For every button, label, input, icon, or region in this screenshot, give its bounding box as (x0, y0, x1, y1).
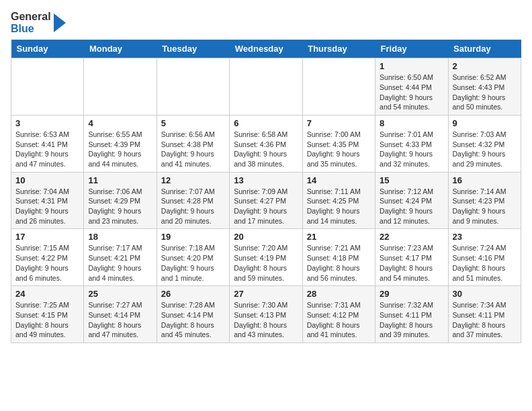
day-number: 10 (15, 175, 79, 185)
day-info: Sunrise: 7:01 AM Sunset: 4:33 PM Dayligh… (380, 130, 443, 169)
calendar-cell: 12Sunrise: 7:07 AM Sunset: 4:28 PM Dayli… (157, 172, 229, 229)
day-number: 25 (88, 289, 152, 299)
day-info: Sunrise: 7:03 AM Sunset: 4:32 PM Dayligh… (453, 130, 517, 169)
calendar-cell: 28Sunrise: 7:31 AM Sunset: 4:12 PM Dayli… (302, 286, 375, 343)
day-number: 21 (307, 232, 371, 242)
day-info: Sunrise: 7:32 AM Sunset: 4:11 PM Dayligh… (380, 300, 443, 340)
day-info: Sunrise: 7:04 AM Sunset: 4:31 PM Dayligh… (15, 187, 79, 226)
calendar-cell (230, 58, 302, 116)
day-number: 15 (380, 175, 443, 185)
calendar-cell: 11Sunrise: 7:06 AM Sunset: 4:29 PM Dayli… (84, 172, 157, 229)
logo: General Blue (11, 11, 66, 34)
calendar-cell: 9Sunrise: 7:03 AM Sunset: 4:32 PM Daylig… (448, 115, 521, 172)
calendar-cell: 23Sunrise: 7:24 AM Sunset: 4:16 PM Dayli… (448, 229, 521, 286)
calendar-cell: 16Sunrise: 7:14 AM Sunset: 4:23 PM Dayli… (448, 172, 521, 229)
calendar-body: 1Sunrise: 6:50 AM Sunset: 4:44 PM Daylig… (11, 58, 521, 343)
header: General Blue (11, 11, 521, 34)
calendar-cell: 18Sunrise: 7:17 AM Sunset: 4:21 PM Dayli… (84, 229, 157, 286)
calendar-week-5: 24Sunrise: 7:25 AM Sunset: 4:15 PM Dayli… (11, 286, 521, 343)
day-number: 9 (453, 118, 517, 128)
calendar-cell: 7Sunrise: 7:00 AM Sunset: 4:35 PM Daylig… (302, 115, 375, 172)
day-number: 5 (161, 118, 225, 128)
calendar-cell (157, 58, 229, 116)
logo-text: General Blue (11, 11, 51, 34)
calendar-cell: 26Sunrise: 7:28 AM Sunset: 4:14 PM Dayli… (157, 286, 229, 343)
day-info: Sunrise: 7:15 AM Sunset: 4:22 PM Dayligh… (15, 243, 79, 283)
day-number: 22 (380, 232, 443, 242)
day-info: Sunrise: 7:31 AM Sunset: 4:12 PM Dayligh… (307, 300, 371, 340)
svg-marker-0 (54, 13, 66, 32)
calendar-week-1: 1Sunrise: 6:50 AM Sunset: 4:44 PM Daylig… (11, 58, 521, 116)
day-number: 11 (88, 175, 152, 185)
calendar-cell: 21Sunrise: 7:21 AM Sunset: 4:18 PM Dayli… (302, 229, 375, 286)
calendar-cell: 2Sunrise: 6:52 AM Sunset: 4:43 PM Daylig… (448, 58, 521, 116)
day-info: Sunrise: 7:34 AM Sunset: 4:11 PM Dayligh… (453, 300, 517, 340)
calendar-table: SundayMondayTuesdayWednesdayThursdayFrid… (11, 40, 521, 343)
calendar-cell: 14Sunrise: 7:11 AM Sunset: 4:25 PM Dayli… (302, 172, 375, 229)
logo-general: General (11, 11, 51, 22)
day-info: Sunrise: 7:17 AM Sunset: 4:21 PM Dayligh… (88, 243, 152, 283)
day-info: Sunrise: 6:53 AM Sunset: 4:41 PM Dayligh… (15, 130, 79, 169)
day-number: 24 (15, 289, 79, 299)
day-number: 30 (453, 289, 517, 299)
day-info: Sunrise: 7:07 AM Sunset: 4:28 PM Dayligh… (161, 187, 225, 226)
day-info: Sunrise: 7:00 AM Sunset: 4:35 PM Dayligh… (307, 130, 371, 169)
day-number: 23 (453, 232, 517, 242)
day-number: 20 (234, 232, 298, 242)
day-number: 7 (307, 118, 371, 128)
day-info: Sunrise: 7:23 AM Sunset: 4:17 PM Dayligh… (380, 243, 443, 283)
day-number: 13 (234, 175, 298, 185)
day-info: Sunrise: 7:20 AM Sunset: 4:19 PM Dayligh… (234, 243, 298, 283)
day-number: 16 (453, 175, 517, 185)
calendar-cell: 13Sunrise: 7:09 AM Sunset: 4:27 PM Dayli… (230, 172, 302, 229)
day-number: 14 (307, 175, 371, 185)
day-info: Sunrise: 7:06 AM Sunset: 4:29 PM Dayligh… (88, 187, 152, 226)
calendar-cell: 20Sunrise: 7:20 AM Sunset: 4:19 PM Dayli… (230, 229, 302, 286)
day-info: Sunrise: 6:58 AM Sunset: 4:36 PM Dayligh… (234, 130, 298, 169)
weekday-header-saturday: Saturday (448, 40, 521, 58)
calendar-cell (11, 58, 84, 116)
day-number: 2 (453, 61, 517, 71)
calendar-cell: 30Sunrise: 7:34 AM Sunset: 4:11 PM Dayli… (448, 286, 521, 343)
day-number: 12 (161, 175, 225, 185)
day-info: Sunrise: 7:11 AM Sunset: 4:25 PM Dayligh… (307, 187, 371, 226)
calendar-cell: 10Sunrise: 7:04 AM Sunset: 4:31 PM Dayli… (11, 172, 84, 229)
weekday-header-sunday: Sunday (11, 40, 84, 58)
day-number: 1 (380, 61, 443, 71)
day-info: Sunrise: 7:28 AM Sunset: 4:14 PM Dayligh… (161, 300, 225, 340)
day-info: Sunrise: 7:14 AM Sunset: 4:23 PM Dayligh… (453, 187, 517, 226)
weekday-header-wednesday: Wednesday (230, 40, 302, 58)
weekday-header-row: SundayMondayTuesdayWednesdayThursdayFrid… (11, 40, 521, 58)
calendar-cell (302, 58, 375, 116)
day-info: Sunrise: 6:55 AM Sunset: 4:39 PM Dayligh… (88, 130, 152, 169)
calendar-cell: 8Sunrise: 7:01 AM Sunset: 4:33 PM Daylig… (375, 115, 448, 172)
calendar-cell: 6Sunrise: 6:58 AM Sunset: 4:36 PM Daylig… (230, 115, 302, 172)
weekday-header-friday: Friday (375, 40, 448, 58)
calendar-cell: 25Sunrise: 7:27 AM Sunset: 4:14 PM Dayli… (84, 286, 157, 343)
day-number: 27 (234, 289, 298, 299)
day-number: 8 (380, 118, 443, 128)
calendar-week-3: 10Sunrise: 7:04 AM Sunset: 4:31 PM Dayli… (11, 172, 521, 229)
calendar-week-2: 3Sunrise: 6:53 AM Sunset: 4:41 PM Daylig… (11, 115, 521, 172)
calendar-cell: 15Sunrise: 7:12 AM Sunset: 4:24 PM Dayli… (375, 172, 448, 229)
logo-blue: Blue (11, 23, 34, 34)
day-info: Sunrise: 7:21 AM Sunset: 4:18 PM Dayligh… (307, 243, 371, 283)
weekday-header-monday: Monday (84, 40, 157, 58)
calendar-cell: 29Sunrise: 7:32 AM Sunset: 4:11 PM Dayli… (375, 286, 448, 343)
day-info: Sunrise: 6:52 AM Sunset: 4:43 PM Dayligh… (453, 73, 517, 112)
calendar-week-4: 17Sunrise: 7:15 AM Sunset: 4:22 PM Dayli… (11, 229, 521, 286)
day-info: Sunrise: 7:09 AM Sunset: 4:27 PM Dayligh… (234, 187, 298, 226)
calendar-header: SundayMondayTuesdayWednesdayThursdayFrid… (11, 40, 521, 58)
day-number: 18 (88, 232, 152, 242)
calendar-cell: 19Sunrise: 7:18 AM Sunset: 4:20 PM Dayli… (157, 229, 229, 286)
day-info: Sunrise: 7:12 AM Sunset: 4:24 PM Dayligh… (380, 187, 443, 226)
weekday-header-tuesday: Tuesday (157, 40, 229, 58)
day-info: Sunrise: 7:24 AM Sunset: 4:16 PM Dayligh… (453, 243, 517, 283)
day-number: 17 (15, 232, 79, 242)
calendar-cell: 3Sunrise: 6:53 AM Sunset: 4:41 PM Daylig… (11, 115, 84, 172)
day-info: Sunrise: 7:27 AM Sunset: 4:14 PM Dayligh… (88, 300, 152, 340)
day-number: 28 (307, 289, 371, 299)
day-number: 6 (234, 118, 298, 128)
calendar-cell (84, 58, 157, 116)
day-number: 4 (88, 118, 152, 128)
